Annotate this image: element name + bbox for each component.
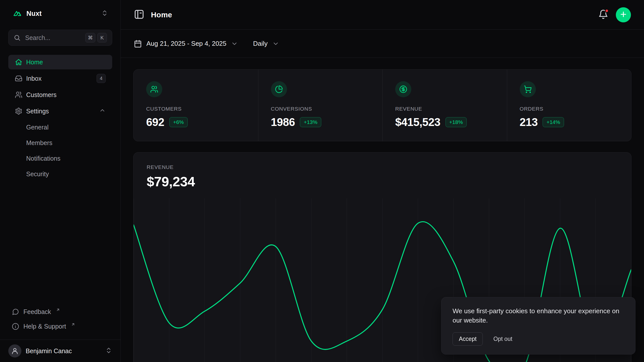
nuxt-logo-icon xyxy=(12,10,22,17)
user-menu[interactable]: Benjamin Canac xyxy=(0,340,120,362)
help-support-link[interactable]: Help & Support xyxy=(8,319,112,334)
inbox-icon xyxy=(15,75,22,82)
message-circle-icon xyxy=(12,308,19,315)
search-icon xyxy=(14,34,21,41)
stat-label: CUSTOMERS xyxy=(146,106,246,112)
cookie-accept-button[interactable]: Accept xyxy=(453,332,483,346)
sidebar-footer: Feedback Help & Support xyxy=(8,304,112,337)
chevrons-up-down-icon xyxy=(101,10,108,18)
stat-conversions[interactable]: CONVERSIONS 1986 +13% xyxy=(258,70,383,141)
notifications-button[interactable] xyxy=(598,9,608,20)
sidebar-item-label: Customers xyxy=(26,91,57,99)
sidebar-item-settings[interactable]: Settings xyxy=(8,104,112,118)
stat-label: ORDERS xyxy=(520,106,619,112)
sidebar-item-general[interactable]: General xyxy=(8,120,112,134)
revenue-chart-value: $79,234 xyxy=(147,174,618,189)
stat-label: REVENUE xyxy=(395,106,494,112)
date-range-label: Aug 21, 2025 - Sep 4, 2025 xyxy=(146,40,226,48)
sidebar-item-label: Home xyxy=(26,59,43,66)
date-range-picker[interactable]: Aug 21, 2025 - Sep 4, 2025 xyxy=(134,40,238,48)
stat-revenue[interactable]: REVENUE $415,523 +18% xyxy=(382,70,507,141)
cookie-banner: We use first-party cookies to enhance yo… xyxy=(441,297,635,354)
stats-panel: CUSTOMERS 692 +6% CONVERSIONS 1986 +13% xyxy=(133,69,631,141)
search-input[interactable]: Search... ⌘ K xyxy=(8,30,112,46)
cookie-optout-button[interactable]: Opt out xyxy=(493,336,512,342)
chevron-up-icon xyxy=(99,107,106,115)
calendar-icon xyxy=(134,40,142,48)
search-shortcut: ⌘ K xyxy=(85,33,107,42)
kbd-k: K xyxy=(97,33,107,42)
gear-icon xyxy=(15,107,22,115)
stat-value: 1986 xyxy=(271,116,295,128)
stat-value: 213 xyxy=(520,116,538,128)
sidebar-item-home[interactable]: Home xyxy=(8,55,112,69)
stat-label: CONVERSIONS xyxy=(271,106,370,112)
add-button[interactable] xyxy=(616,7,631,22)
cart-icon xyxy=(520,81,536,97)
revenue-chart-label: REVENUE xyxy=(147,164,618,170)
settings-sub-list: General Members Notifications Security xyxy=(8,120,112,181)
stat-delta-badge: +13% xyxy=(300,117,321,127)
feedback-link[interactable]: Feedback xyxy=(8,304,112,319)
inbox-count-badge: 4 xyxy=(97,74,106,83)
stat-orders[interactable]: ORDERS 213 +14% xyxy=(507,70,631,141)
sidebar-item-customers[interactable]: Customers xyxy=(8,87,112,102)
filterbar: Aug 21, 2025 - Sep 4, 2025 Daily xyxy=(121,30,644,58)
stat-value: 692 xyxy=(146,116,164,128)
external-link-icon xyxy=(71,321,75,328)
circle-dollar-icon xyxy=(395,81,411,97)
feedback-label: Feedback xyxy=(23,308,51,315)
team-name: Nuxt xyxy=(26,10,42,18)
sidebar: Nuxt Search... ⌘ K Home xyxy=(0,0,121,362)
revenue-chart-header: REVENUE $79,234 xyxy=(134,153,631,189)
sidebar-nav: Home Inbox 4 Customers Settings xyxy=(8,55,112,181)
notification-dot xyxy=(605,9,609,13)
plus-icon xyxy=(619,10,627,19)
topbar: Home xyxy=(121,0,644,30)
home-icon xyxy=(15,58,22,66)
help-support-label: Help & Support xyxy=(23,323,66,330)
sidebar-item-members[interactable]: Members xyxy=(8,136,112,150)
granularity-select[interactable]: Daily xyxy=(253,40,279,48)
user-name: Benjamin Canac xyxy=(26,347,72,355)
info-icon xyxy=(12,323,19,330)
stat-delta-badge: +18% xyxy=(446,117,467,127)
stat-value: $415,523 xyxy=(395,116,440,128)
sidebar-item-inbox[interactable]: Inbox 4 xyxy=(8,71,112,86)
stat-delta-badge: +6% xyxy=(169,117,188,127)
cookie-actions: Accept Opt out xyxy=(453,332,624,346)
external-link-icon xyxy=(56,306,60,313)
sidebar-toggle-button[interactable] xyxy=(134,9,144,20)
users-icon xyxy=(146,81,162,97)
search-placeholder: Search... xyxy=(25,34,81,41)
pie-chart-icon xyxy=(271,81,287,97)
chevron-down-icon xyxy=(231,40,238,47)
sidebar-item-security[interactable]: Security xyxy=(8,167,112,181)
avatar xyxy=(8,344,21,357)
kbd-cmd: ⌘ xyxy=(85,33,95,42)
topbar-actions xyxy=(598,7,631,22)
granularity-label: Daily xyxy=(253,40,268,48)
chevron-down-icon xyxy=(272,40,279,47)
chevrons-up-down-icon xyxy=(105,347,112,355)
sidebar-item-label: Inbox xyxy=(26,75,42,82)
team-switcher[interactable]: Nuxt xyxy=(8,7,112,21)
stat-customers[interactable]: CUSTOMERS 692 +6% xyxy=(134,70,258,141)
stat-delta-badge: +14% xyxy=(543,117,564,127)
sidebar-item-label: Settings xyxy=(26,108,49,115)
page-title: Home xyxy=(151,11,172,19)
cookie-message: We use first-party cookies to enhance yo… xyxy=(453,306,624,325)
panel-left-icon xyxy=(134,9,144,20)
sidebar-item-notifications[interactable]: Notifications xyxy=(8,151,112,165)
users-icon xyxy=(15,91,22,99)
